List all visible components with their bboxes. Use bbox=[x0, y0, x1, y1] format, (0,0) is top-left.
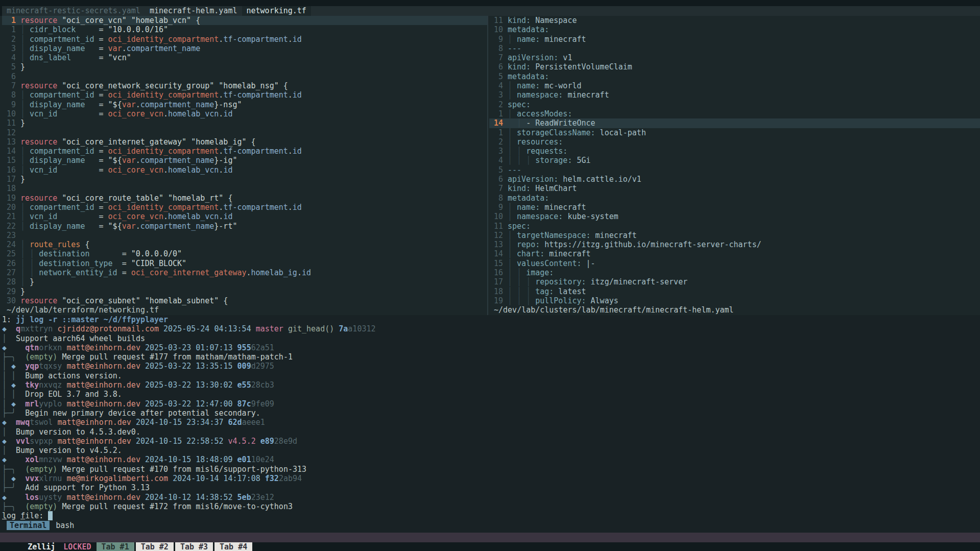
terminal-line: ├─╮ (empty) Merge pull request #177 from… bbox=[2, 352, 980, 362]
buffer-tab-networking.tf[interactable]: networking.tf bbox=[242, 6, 311, 16]
line-number: 3 bbox=[489, 90, 503, 100]
terminal-tab-active[interactable]: Terminal bbox=[7, 521, 50, 530]
zellij-status-bar: ZellijLOCKEDTab #1Tab #2Tab #3Tab #4 bbox=[0, 533, 980, 542]
line-number: 15 bbox=[489, 259, 503, 268]
line-number: 5 bbox=[2, 62, 16, 71]
code-line: 16│ vcn_id = oci_core_vcn.homelab_vcn.id bbox=[2, 165, 487, 175]
helix-bufferline: minecraft-restic-secrets.yamlminecraft-h… bbox=[2, 6, 980, 16]
code-line: 11} bbox=[2, 118, 487, 128]
code-line: 10metadata: bbox=[489, 25, 980, 34]
line-number: 2 bbox=[2, 35, 16, 44]
line-number: 1 bbox=[489, 109, 503, 118]
code-line: 6 bbox=[2, 72, 487, 81]
code-line: 1│ accessModes: bbox=[489, 109, 980, 118]
code-line: 22│ display_name = "${var.compartment_na… bbox=[2, 222, 487, 231]
zellij-tab-tab-#1[interactable]: Tab #1 bbox=[97, 542, 134, 551]
terminal-line: ├─╯ Add support for Python 3.13 bbox=[2, 483, 980, 492]
line-number: 8 bbox=[2, 90, 16, 100]
code-line: 16│ │ image: bbox=[489, 268, 980, 277]
code-line: 4│ dns_label = "vcn" bbox=[2, 53, 487, 62]
code-line: 4│ name: mc-world bbox=[489, 81, 980, 90]
line-number: 10 bbox=[489, 25, 503, 34]
line-number: 28 bbox=[2, 277, 16, 286]
line-number: 1 bbox=[489, 128, 503, 137]
line-number: 23 bbox=[2, 231, 16, 240]
line-number: 6 bbox=[489, 175, 503, 184]
zellij-tab-tab-#4[interactable]: Tab #4 bbox=[214, 542, 252, 551]
line-number: 25 bbox=[2, 249, 16, 258]
line-number: 4 bbox=[489, 81, 503, 90]
code-line: 1│ cidr_block = "10.0.0.0/16" bbox=[2, 25, 487, 34]
code-line: 13│ repo: https://itzg.github.io/minecra… bbox=[489, 240, 980, 249]
code-line: 14│ chart: minecraft bbox=[489, 249, 980, 258]
line-number: 24 bbox=[2, 240, 16, 249]
terminal-line: ├─╮ (empty) Merge pull request #170 from… bbox=[2, 465, 980, 474]
line-number: 12 bbox=[2, 128, 16, 137]
buffer-tab-minecraft-helm.yaml[interactable]: minecraft-helm.yaml bbox=[145, 6, 242, 16]
code-lines-left: 1resource "oci_core_vcn" "homelab_vcn" {… bbox=[2, 16, 487, 305]
line-number: 2 bbox=[489, 137, 503, 147]
code-line: 21│ vcn_id = oci_core_vcn.homelab_vcn.id bbox=[2, 212, 487, 221]
line-number: 12 bbox=[489, 231, 503, 240]
code-line: 1│ storageClassName: local-path bbox=[489, 128, 980, 137]
line-number: 4 bbox=[489, 156, 503, 165]
code-line: 29} bbox=[2, 287, 487, 296]
code-line: 28│ } bbox=[2, 277, 487, 286]
line-number: 19 bbox=[2, 194, 16, 203]
code-line: 1resource "oci_core_vcn" "homelab_vcn" { bbox=[2, 16, 487, 25]
code-line: 25│ │ destination = "0.0.0.0/0" bbox=[2, 249, 487, 258]
line-number: 26 bbox=[2, 259, 16, 268]
line-number: 6 bbox=[2, 72, 16, 81]
code-line: 2│ compartment_id = oci_identity_compart… bbox=[2, 35, 487, 44]
code-line: 10│ namespace: kube-system bbox=[489, 212, 980, 221]
line-number: 13 bbox=[2, 137, 16, 147]
code-lines-right: 11kind: Namespace10metadata:9│ name: min… bbox=[489, 16, 980, 305]
line-number: 3 bbox=[489, 147, 503, 156]
terminal-line: ◆ qtnorkxn matt@einhorn.dev 2025-03-23 0… bbox=[2, 343, 980, 352]
terminal-line: │ ◆ tkynxvqz matt@einhorn.dev 2025-03-22… bbox=[2, 380, 980, 390]
line-number: 5 bbox=[489, 72, 503, 81]
line-number: 2 bbox=[489, 100, 503, 109]
line-number: 17 bbox=[489, 277, 503, 286]
code-line: 17} bbox=[2, 175, 487, 184]
code-line: 18 bbox=[2, 184, 487, 193]
terminal-line: │ ◆ mrlyvplo matt@einhorn.dev 2025-03-22… bbox=[2, 399, 980, 409]
terminal-tabbar: Terminalbash bbox=[2, 521, 980, 530]
code-line: 4│ │ │ storage: 5Gi bbox=[489, 156, 980, 165]
code-line: 10│ vcn_id = oci_core_vcn.homelab_vcn.id bbox=[2, 109, 487, 118]
editor-pane-minecraft-helm-yaml[interactable]: 11kind: Namespace10metadata:9│ name: min… bbox=[488, 16, 980, 315]
code-line: 18│ │ │ tag: latest bbox=[489, 287, 980, 296]
code-line: 13resource "oci_core_internet_gateway" "… bbox=[2, 137, 487, 147]
zellij-session: minecraft-restic-secrets.yamlminecraft-h… bbox=[0, 0, 980, 551]
editor-pane-networking-tf[interactable]: 1resource "oci_core_vcn" "homelab_vcn" {… bbox=[0, 16, 487, 315]
code-line: 5} bbox=[2, 62, 487, 71]
line-number: 4 bbox=[2, 53, 16, 62]
line-number: 8 bbox=[489, 44, 503, 53]
code-line: 24│ route_rules { bbox=[2, 240, 487, 249]
terminal-line: 1: jj log -r ::master ~/d/ffpyplayer bbox=[2, 315, 980, 324]
code-line: 2│ resources: bbox=[489, 137, 980, 147]
line-number: 7 bbox=[489, 184, 503, 193]
terminal-line: ├─╯ Begin new primary device after poten… bbox=[2, 409, 980, 418]
terminal-line: ◆ vvlsvpxp matt@einhorn.dev 2024-10-15 2… bbox=[2, 437, 980, 446]
line-number: 30 bbox=[2, 296, 16, 305]
terminal-line: ◆ losuysty matt@einhorn.dev 2024-10-12 1… bbox=[2, 493, 980, 502]
terminal-tab-bash[interactable]: bash bbox=[56, 521, 74, 530]
code-line: 14 │ - ReadWriteOnce bbox=[489, 118, 980, 128]
code-line: 2spec: bbox=[489, 100, 980, 109]
buffer-tab-minecraft-restic-secrets.yaml[interactable]: minecraft-restic-secrets.yaml bbox=[2, 6, 145, 16]
terminal-line: │ │ Drop EOL 3.7 and 3.8. bbox=[2, 390, 980, 399]
code-line: 12 bbox=[2, 128, 487, 137]
code-line: 23 bbox=[2, 231, 487, 240]
code-line: 9│ name: minecraft bbox=[489, 203, 980, 212]
terminal-line: │ Bump version to 4.5.3.dev0. bbox=[2, 427, 980, 437]
line-number: 11 bbox=[489, 16, 503, 25]
code-line: 27│ │ network_entity_id = oci_core_inter… bbox=[2, 268, 487, 277]
line-number: 11 bbox=[489, 222, 503, 231]
line-number: 5 bbox=[489, 165, 503, 175]
zellij-tab-tab-#3[interactable]: Tab #3 bbox=[175, 542, 213, 551]
terminal-pane[interactable]: 1: jj log -r ::master ~/d/ffpyplayer◆ qm… bbox=[0, 315, 980, 533]
line-number: 1 bbox=[2, 25, 16, 34]
code-line: 9│ name: minecraft bbox=[489, 35, 980, 44]
zellij-tab-tab-#2[interactable]: Tab #2 bbox=[136, 542, 174, 551]
